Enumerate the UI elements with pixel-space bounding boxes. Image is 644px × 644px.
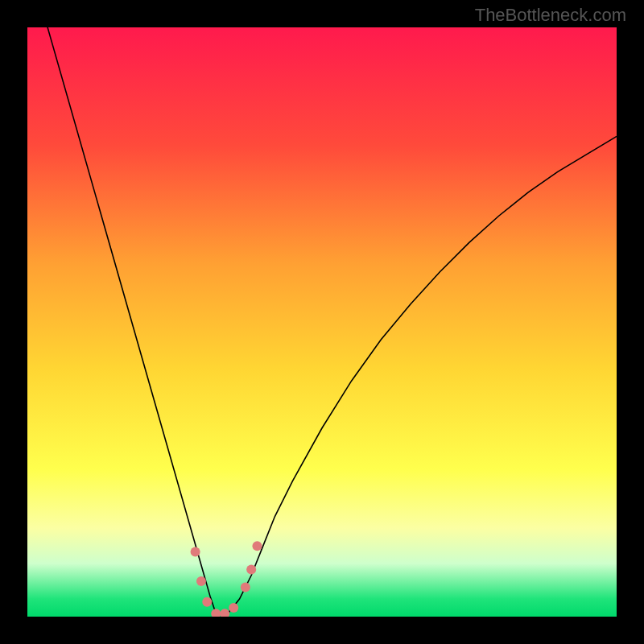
data-marker (252, 541, 262, 551)
data-marker (241, 582, 250, 592)
gradient-background (27, 27, 617, 617)
data-marker (229, 603, 238, 613)
bottleneck-chart (27, 27, 617, 617)
chart-container: TheBottleneck.com (0, 0, 644, 644)
data-marker (196, 576, 206, 586)
data-marker (202, 597, 212, 607)
watermark-label: TheBottleneck.com (475, 5, 626, 26)
plot-area (27, 27, 617, 617)
data-marker (191, 547, 200, 556)
data-marker (246, 564, 256, 574)
